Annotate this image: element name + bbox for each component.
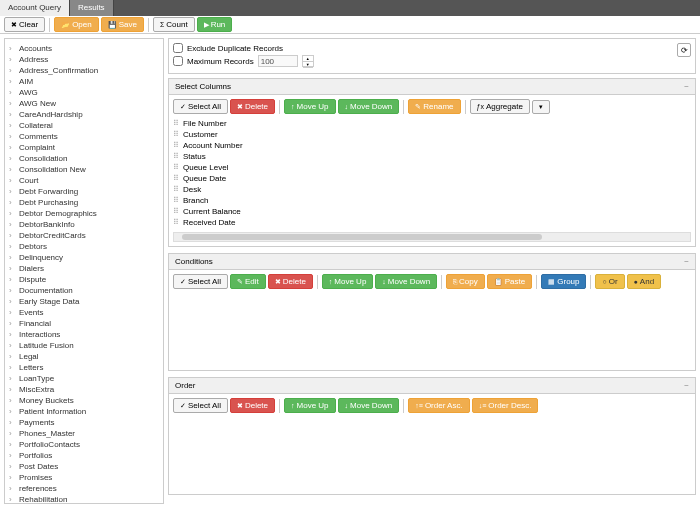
column-item[interactable]: ⠿Queue Date xyxy=(173,173,691,184)
select-columns-header[interactable]: Select Columns − xyxy=(169,79,695,95)
move-down-button[interactable]: ↓Move Down xyxy=(338,398,400,413)
tree-item[interactable]: references xyxy=(7,483,161,494)
tree-item[interactable]: Patient Information xyxy=(7,406,161,417)
column-item[interactable]: ⠿File Number xyxy=(173,118,691,129)
column-item[interactable]: ⠿Account Number xyxy=(173,140,691,151)
column-item[interactable]: ⠿Current Balance xyxy=(173,206,691,217)
tree-item[interactable]: Dialers xyxy=(7,263,161,274)
column-item[interactable]: ⠿Queue Level xyxy=(173,162,691,173)
conditions-header[interactable]: Conditions − xyxy=(169,254,695,270)
tree-item[interactable]: Debtors xyxy=(7,241,161,252)
tree-item[interactable]: Dispute xyxy=(7,274,161,285)
tree-item[interactable]: Payments xyxy=(7,417,161,428)
tree-item[interactable]: Accounts xyxy=(7,43,161,54)
tree-item[interactable]: Debtor Demographics xyxy=(7,208,161,219)
run-button[interactable]: ▶Run xyxy=(197,17,233,32)
edit-button[interactable]: ✎Edit xyxy=(230,274,266,289)
move-down-button[interactable]: ↓Move Down xyxy=(375,274,437,289)
tree-item[interactable]: Delinquency xyxy=(7,252,161,263)
tab-account-query[interactable]: Account Query xyxy=(0,0,70,16)
field-tree[interactable]: AccountsAddressAddress_ConfirmationAIMAW… xyxy=(4,38,164,504)
select-all-button[interactable]: ✓Select All xyxy=(173,398,228,413)
save-button[interactable]: 💾Save xyxy=(101,17,144,32)
drag-handle-icon[interactable]: ⠿ xyxy=(173,174,179,183)
tree-item[interactable]: Debt Forwarding xyxy=(7,186,161,197)
max-records-input[interactable] xyxy=(258,55,298,67)
select-all-button[interactable]: ✓Select All xyxy=(173,99,228,114)
aggregate-button[interactable]: ƒxAggregate xyxy=(470,99,530,114)
reload-button[interactable]: ⟳ xyxy=(677,43,691,57)
paste-button[interactable]: 📋Paste xyxy=(487,274,532,289)
aggregate-dropdown[interactable]: ▾ xyxy=(532,100,550,114)
copy-button[interactable]: ⎘Copy xyxy=(446,274,485,289)
tree-item[interactable]: Legal xyxy=(7,351,161,362)
order-header[interactable]: Order − xyxy=(169,378,695,394)
tree-item[interactable]: DebtorCreditCards xyxy=(7,230,161,241)
tree-item[interactable]: Consolidation New xyxy=(7,164,161,175)
delete-button[interactable]: ✖Delete xyxy=(230,398,275,413)
column-item[interactable]: ⠿Status xyxy=(173,151,691,162)
drag-handle-icon[interactable]: ⠿ xyxy=(173,207,179,216)
tab-results[interactable]: Results xyxy=(70,0,114,16)
drag-handle-icon[interactable]: ⠿ xyxy=(173,163,179,172)
tree-item[interactable]: AWG New xyxy=(7,98,161,109)
delete-button[interactable]: ✖Delete xyxy=(230,99,275,114)
order-desc-button[interactable]: ↓≡Order Desc. xyxy=(472,398,539,413)
tree-item[interactable]: Debt Purchasing xyxy=(7,197,161,208)
select-all-button[interactable]: ✓Select All xyxy=(173,274,228,289)
clear-button[interactable]: ✖Clear xyxy=(4,17,45,32)
max-records-checkbox[interactable] xyxy=(173,56,183,66)
move-up-button[interactable]: ↑Move Up xyxy=(322,274,374,289)
open-button[interactable]: 📂Open xyxy=(54,17,99,32)
move-down-button[interactable]: ↓Move Down xyxy=(338,99,400,114)
tree-item[interactable]: Rehabilitation xyxy=(7,494,161,504)
tree-item[interactable]: CareAndHardship xyxy=(7,109,161,120)
tree-item[interactable]: LoanType xyxy=(7,373,161,384)
tree-item[interactable]: Promises xyxy=(7,472,161,483)
move-up-button[interactable]: ↑Move Up xyxy=(284,398,336,413)
max-records-spinner[interactable]: ▲▼ xyxy=(302,55,314,67)
drag-handle-icon[interactable]: ⠿ xyxy=(173,185,179,194)
tree-item[interactable]: Latitude Fusion xyxy=(7,340,161,351)
scrollbar-thumb[interactable] xyxy=(182,234,542,240)
tree-item[interactable]: Address xyxy=(7,54,161,65)
order-asc-button[interactable]: ↑≡Order Asc. xyxy=(408,398,469,413)
tree-item[interactable]: Financial xyxy=(7,318,161,329)
drag-handle-icon[interactable]: ⠿ xyxy=(173,152,179,161)
tree-item[interactable]: Complaint xyxy=(7,142,161,153)
column-item[interactable]: ⠿Desk xyxy=(173,184,691,195)
tree-item[interactable]: Money Buckets xyxy=(7,395,161,406)
tree-item[interactable]: Events xyxy=(7,307,161,318)
column-item[interactable]: ⠿Customer xyxy=(173,129,691,140)
tree-item[interactable]: Early Stage Data xyxy=(7,296,161,307)
tree-item[interactable]: Letters xyxy=(7,362,161,373)
group-button[interactable]: ▦Group xyxy=(541,274,586,289)
drag-handle-icon[interactable]: ⠿ xyxy=(173,130,179,139)
tree-item[interactable]: Consolidation xyxy=(7,153,161,164)
column-item[interactable]: ⠿Received Date xyxy=(173,217,691,228)
tree-item[interactable]: Comments xyxy=(7,131,161,142)
rename-button[interactable]: ✎Rename xyxy=(408,99,460,114)
tree-item[interactable]: Documentation xyxy=(7,285,161,296)
count-button[interactable]: ΣCount xyxy=(153,17,195,32)
and-button[interactable]: ●And xyxy=(627,274,661,289)
exclude-duplicates-checkbox[interactable] xyxy=(173,43,183,53)
move-up-button[interactable]: ↑Move Up xyxy=(284,99,336,114)
tree-item[interactable]: PortfolioContacts xyxy=(7,439,161,450)
drag-handle-icon[interactable]: ⠿ xyxy=(173,141,179,150)
or-button[interactable]: ○Or xyxy=(595,274,624,289)
column-item[interactable]: ⠿Branch xyxy=(173,195,691,206)
tree-item[interactable]: Phones_Master xyxy=(7,428,161,439)
drag-handle-icon[interactable]: ⠿ xyxy=(173,196,179,205)
tree-item[interactable]: Interactions xyxy=(7,329,161,340)
tree-item[interactable]: Portfolios xyxy=(7,450,161,461)
tree-item[interactable]: Address_Confirmation xyxy=(7,65,161,76)
horizontal-scrollbar[interactable] xyxy=(173,232,691,242)
tree-item[interactable]: Post Dates xyxy=(7,461,161,472)
tree-item[interactable]: MiscExtra xyxy=(7,384,161,395)
drag-handle-icon[interactable]: ⠿ xyxy=(173,119,179,128)
tree-item[interactable]: Collateral xyxy=(7,120,161,131)
delete-button[interactable]: ✖Delete xyxy=(268,274,313,289)
tree-item[interactable]: AWG xyxy=(7,87,161,98)
tree-item[interactable]: Court xyxy=(7,175,161,186)
